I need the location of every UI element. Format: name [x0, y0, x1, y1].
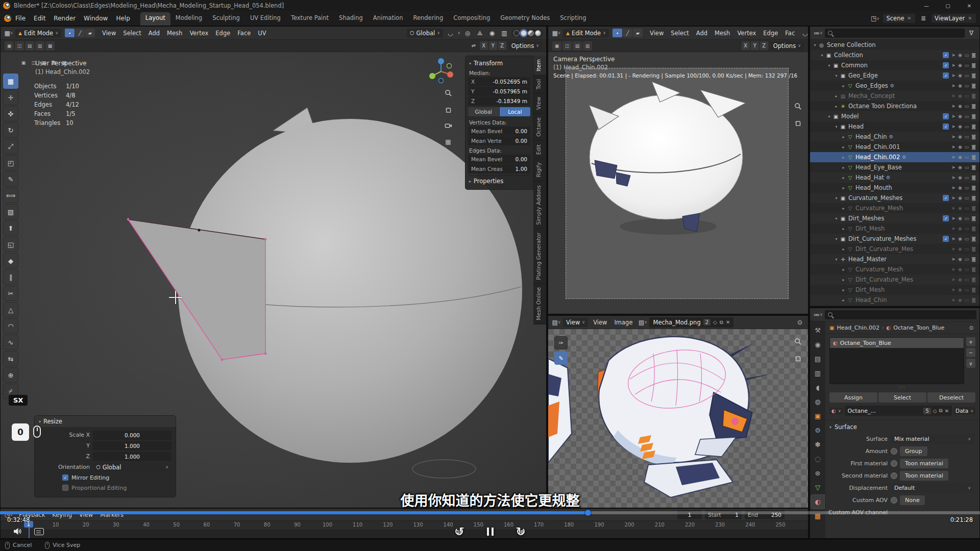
- resize-z-field[interactable]: 1.000: [93, 452, 172, 461]
- tool-move[interactable]: ✜: [3, 106, 18, 121]
- tool-inset[interactable]: ◱: [3, 237, 18, 252]
- tool-settings-toggle-icon-5[interactable]: ▦: [45, 41, 55, 51]
- resize-scale-x-field[interactable]: 0.000: [93, 431, 172, 440]
- expand-icon[interactable]: ▸: [841, 145, 846, 149]
- selectable-toggle-icon[interactable]: ➤: [951, 175, 955, 180]
- viewport-disable-icon[interactable]: ▭: [965, 144, 969, 149]
- viewport-disable-icon[interactable]: ▭: [965, 206, 969, 211]
- hide-toggle-icon[interactable]: ◉: [958, 297, 962, 303]
- viewport-menu-face[interactable]: Face: [234, 29, 254, 38]
- outliner-row-common[interactable]: ▾▣Common✓➤◉▭◙: [810, 60, 979, 70]
- properties-tab-object[interactable]: ▣: [811, 409, 824, 423]
- viewport-disable-icon[interactable]: ▭: [965, 53, 969, 58]
- hide-toggle-icon[interactable]: ◉: [958, 246, 962, 252]
- outliner-row-head-chin[interactable]: ▸▽Head_Chin➤◉▭◙: [810, 295, 979, 305]
- material-name-field[interactable]: Octane_... 5 ◇ ⧉ ✕: [845, 406, 952, 416]
- collapse-icon[interactable]: ▾: [39, 419, 41, 424]
- maximize-button[interactable]: ▢: [937, 0, 959, 11]
- selectable-toggle-icon[interactable]: ➤: [951, 165, 955, 170]
- scene-browse-icon[interactable]: ◳∨: [870, 13, 880, 23]
- expand-icon[interactable]: ▾: [834, 73, 839, 78]
- outliner-display-icon[interactable]: ≔∨: [813, 28, 823, 38]
- zoom-icon[interactable]: [793, 101, 803, 111]
- selectable-toggle-icon[interactable]: ➤: [951, 267, 955, 272]
- render-disable-icon[interactable]: ◙: [971, 104, 976, 109]
- material-slot[interactable]: ◐ Octane_Toon_Blue: [830, 338, 964, 348]
- snap-dropdown-icon[interactable]: ∨: [457, 31, 460, 35]
- editor-type-icon[interactable]: ▦∨: [551, 28, 561, 38]
- outliner-row-dirt-meshes[interactable]: ▾▣Dirt_Meshes✓➤◉▭◙: [810, 213, 979, 223]
- gizmo-toggle-icon[interactable]: ⟁: [475, 28, 485, 38]
- image-canvas[interactable]: ✑ ✎: [548, 329, 808, 508]
- tool-add-cube[interactable]: ▧: [3, 204, 18, 219]
- tool-extrude[interactable]: ⬆: [3, 220, 18, 236]
- render-disable-icon[interactable]: ◙: [971, 287, 976, 292]
- menu-file[interactable]: File: [11, 13, 30, 23]
- outliner-row-head-mouth[interactable]: ▸▽Head_Mouth➤◉▭◙: [810, 183, 979, 193]
- workspace-tab-texture-paint[interactable]: Texture Paint: [286, 12, 334, 26]
- select-button[interactable]: Select: [878, 392, 926, 403]
- viewport-disable-icon[interactable]: ▭: [965, 134, 969, 139]
- outliner-row-head-hat[interactable]: ▸▽Head_Hat⚙➤◉▭◙: [810, 172, 979, 183]
- workspace-tab-shading[interactable]: Shading: [334, 12, 368, 26]
- outliner-row-head-eye-base[interactable]: ▸▽Head_Eye_Base➤◉▭◙: [810, 162, 979, 172]
- scene-selector[interactable]: Scene ✕: [883, 14, 915, 23]
- viewport-menu-uv[interactable]: UV: [254, 29, 270, 38]
- hide-toggle-icon[interactable]: ◉: [958, 83, 962, 88]
- render-disable-icon[interactable]: ◙: [971, 53, 976, 58]
- link-socket-icon[interactable]: [891, 472, 897, 479]
- render-viewport-canvas[interactable]: Camera Perspective (1) Head_Chin.002 Sce…: [548, 52, 808, 314]
- expand-icon[interactable]: ▸: [841, 155, 846, 160]
- collection-checkbox[interactable]: ✓: [943, 52, 949, 58]
- median-x-field[interactable]: X-0.052695 m: [468, 77, 530, 86]
- properties-search-input[interactable]: [825, 310, 976, 319]
- median-y-field[interactable]: Y-0.057965 m: [468, 87, 530, 96]
- hide-toggle-icon[interactable]: ◉: [958, 73, 962, 78]
- render-disable-icon[interactable]: ◙: [971, 114, 976, 119]
- sidebar-tab-view[interactable]: View: [533, 93, 546, 114]
- hide-toggle-icon[interactable]: ◉: [958, 134, 962, 139]
- workspace-tab-layout[interactable]: Layout: [140, 12, 170, 26]
- viewport-disable-icon[interactable]: ▭: [965, 216, 969, 221]
- mirror-icon[interactable]: ⇌: [470, 42, 478, 50]
- fin-vertex[interactable]: [264, 238, 267, 241]
- expand-icon[interactable]: ▸: [841, 176, 846, 180]
- hide-toggle-icon[interactable]: ◉: [958, 236, 962, 241]
- properties-display-icon[interactable]: ≔∨: [813, 310, 823, 320]
- tool-transform[interactable]: ◰: [3, 155, 18, 170]
- forward-button[interactable]: ↻ 30: [513, 524, 528, 539]
- edge-select-icon[interactable]: ╱: [75, 29, 85, 37]
- image-datablock-field[interactable]: Mecha_Mod.png 2 ◇ ⧉ ✕: [649, 317, 733, 328]
- hide-toggle-icon[interactable]: ◉: [958, 216, 962, 221]
- hide-toggle-icon[interactable]: ◉: [958, 124, 962, 129]
- surface-section-header[interactable]: ▾ Surface: [825, 420, 979, 433]
- viewport-disable-icon[interactable]: ▭: [965, 83, 969, 88]
- fake-user-icon[interactable]: ◇: [713, 319, 717, 325]
- properties-tab-constraints[interactable]: ⊗: [811, 466, 824, 480]
- fake-user-icon[interactable]: ◇: [933, 408, 937, 414]
- selectable-toggle-icon[interactable]: ➤: [951, 104, 955, 109]
- collection-checkbox[interactable]: ✓: [943, 113, 949, 119]
- selectable-toggle-icon[interactable]: ➤: [951, 144, 955, 149]
- selectable-toggle-icon[interactable]: ➤: [951, 93, 955, 98]
- viewport-corner-toggle-1[interactable]: ▣: [19, 58, 28, 67]
- selectable-toggle-icon[interactable]: ➤: [951, 216, 955, 221]
- properties-tab-modifiers[interactable]: ⚙: [811, 423, 824, 437]
- render-disable-icon[interactable]: ◙: [971, 236, 976, 241]
- render-viewport-menu-vertex[interactable]: Vertex: [733, 29, 760, 38]
- expand-icon[interactable]: ▾: [834, 124, 839, 129]
- selectable-toggle-icon[interactable]: ➤: [951, 155, 955, 160]
- tool-annotate[interactable]: ✎: [3, 171, 18, 187]
- tool-rotate[interactable]: ↻: [3, 122, 18, 138]
- render-disable-icon[interactable]: ◙: [971, 206, 976, 211]
- link-socket-icon[interactable]: [891, 460, 897, 467]
- resize-panel-header[interactable]: ▾ Resize: [35, 416, 176, 427]
- users-count-badge[interactable]: 5: [923, 408, 930, 414]
- outliner-row-head-master[interactable]: ▾✛Head_Master➤◉▭◙: [810, 254, 979, 264]
- image-editor-menu-view[interactable]: View: [590, 318, 610, 327]
- face-select-icon[interactable]: ▰: [85, 29, 95, 37]
- workspace-tab-modeling[interactable]: Modeling: [170, 12, 207, 26]
- selectable-toggle-icon[interactable]: ➤: [951, 277, 955, 282]
- tool-knife[interactable]: ✂: [3, 286, 18, 301]
- resize-orientation-dropdown[interactable]: ⬡ Global ∨: [93, 463, 172, 472]
